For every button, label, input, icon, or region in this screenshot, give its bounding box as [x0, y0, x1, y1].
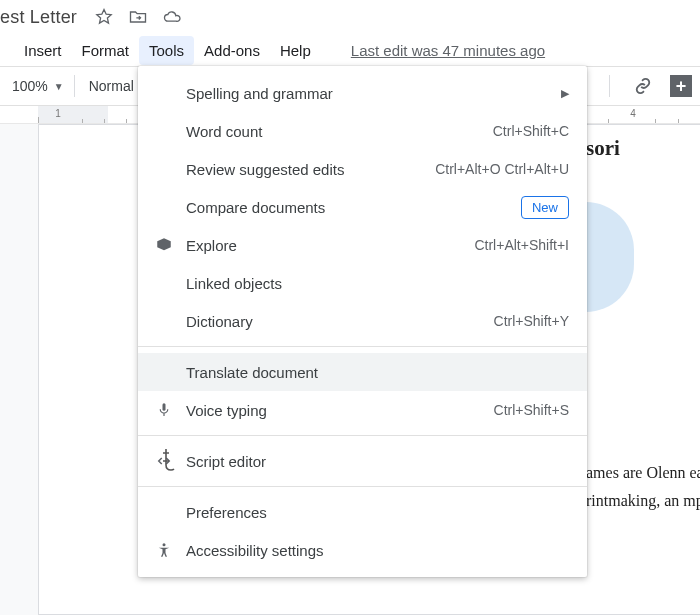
menu-divider	[138, 486, 587, 487]
ruler-num: 1	[55, 108, 61, 119]
insert-link-icon[interactable]	[632, 75, 654, 97]
paragraph-style-select[interactable]: Normal	[81, 78, 142, 94]
microphone-icon	[152, 401, 176, 419]
menu-bar: Insert Format Tools Add-ons Help Last ed…	[0, 34, 700, 66]
menu-linked-objects[interactable]: Linked objects	[138, 264, 587, 302]
menu-preferences[interactable]: Preferences	[138, 493, 587, 531]
menu-help[interactable]: Help	[270, 36, 321, 65]
chevron-down-icon: ▼	[54, 81, 64, 92]
menu-script-editor[interactable]: Script editor	[138, 442, 587, 480]
svg-rect-1	[163, 403, 166, 411]
toolbar-separator	[609, 75, 610, 97]
menu-accessibility-settings[interactable]: Accessibility settings	[138, 531, 587, 569]
menu-item-shortcut: Ctrl+Shift+C	[493, 123, 569, 139]
paragraph-style-value: Normal	[89, 78, 134, 94]
menu-addons[interactable]: Add-ons	[194, 36, 270, 65]
new-badge: New	[521, 196, 569, 219]
menu-item-shortcut: Ctrl+Alt+Shift+I	[474, 237, 569, 253]
menu-format[interactable]: Format	[72, 36, 140, 65]
menu-item-label: Translate document	[186, 364, 569, 381]
tools-dropdown: Spelling and grammar ▶ Word count Ctrl+S…	[138, 66, 587, 577]
menu-item-label: Spelling and grammar	[186, 85, 561, 102]
doc-heading[interactable]: sori	[586, 136, 620, 161]
menu-item-label: Review suggested edits	[186, 161, 435, 178]
explore-icon	[152, 236, 176, 254]
menu-item-label: Preferences	[186, 504, 569, 521]
doc-body-text[interactable]: ames are Olenn ear in a row. Th in mediu…	[586, 459, 700, 515]
menu-item-shortcut: Ctrl+Shift+S	[494, 402, 569, 418]
menu-item-label: Word count	[186, 123, 493, 140]
menu-item-shortcut: Ctrl+Shift+Y	[494, 313, 569, 329]
title-bar: est Letter	[0, 0, 700, 34]
add-comment-icon[interactable]: +	[670, 75, 692, 97]
menu-spelling-grammar[interactable]: Spelling and grammar ▶	[138, 74, 587, 112]
menu-item-label: Voice typing	[186, 402, 494, 419]
menu-item-label: Script editor	[186, 453, 569, 470]
menu-item-label: Compare documents	[186, 199, 521, 216]
menu-item-label: Linked objects	[186, 275, 569, 292]
menu-item-shortcut: Ctrl+Alt+O Ctrl+Alt+U	[435, 161, 569, 177]
menu-insert[interactable]: Insert	[14, 36, 72, 65]
move-folder-icon[interactable]	[127, 6, 149, 28]
menu-review-suggested-edits[interactable]: Review suggested edits Ctrl+Alt+O Ctrl+A…	[138, 150, 587, 188]
menu-explore[interactable]: Explore Ctrl+Alt+Shift+I	[138, 226, 587, 264]
menu-compare-documents[interactable]: Compare documents New	[138, 188, 587, 226]
menu-divider	[138, 435, 587, 436]
submenu-arrow-icon: ▶	[561, 87, 569, 100]
svg-point-2	[163, 543, 166, 546]
toolbar-separator	[74, 75, 75, 97]
menu-voice-typing[interactable]: Voice typing Ctrl+Shift+S	[138, 391, 587, 429]
menu-tools[interactable]: Tools	[139, 36, 194, 65]
menu-item-label: Explore	[186, 237, 474, 254]
last-edit-link[interactable]: Last edit was 47 minutes ago	[351, 42, 545, 59]
document-title[interactable]: est Letter	[0, 7, 87, 28]
zoom-select[interactable]: 100% ▼	[8, 78, 68, 94]
menu-word-count[interactable]: Word count Ctrl+Shift+C	[138, 112, 587, 150]
ruler-num: 4	[630, 108, 636, 119]
star-icon[interactable]	[93, 6, 115, 28]
menu-divider	[138, 346, 587, 347]
cloud-status-icon[interactable]	[161, 6, 183, 28]
menu-translate-document[interactable]: Translate document	[138, 353, 587, 391]
zoom-value: 100%	[12, 78, 48, 94]
menu-dictionary[interactable]: Dictionary Ctrl+Shift+Y	[138, 302, 587, 340]
menu-item-label: Dictionary	[186, 313, 494, 330]
accessibility-icon	[152, 541, 176, 559]
menu-item-label: Accessibility settings	[186, 542, 569, 559]
mouse-cursor-icon	[158, 447, 182, 477]
